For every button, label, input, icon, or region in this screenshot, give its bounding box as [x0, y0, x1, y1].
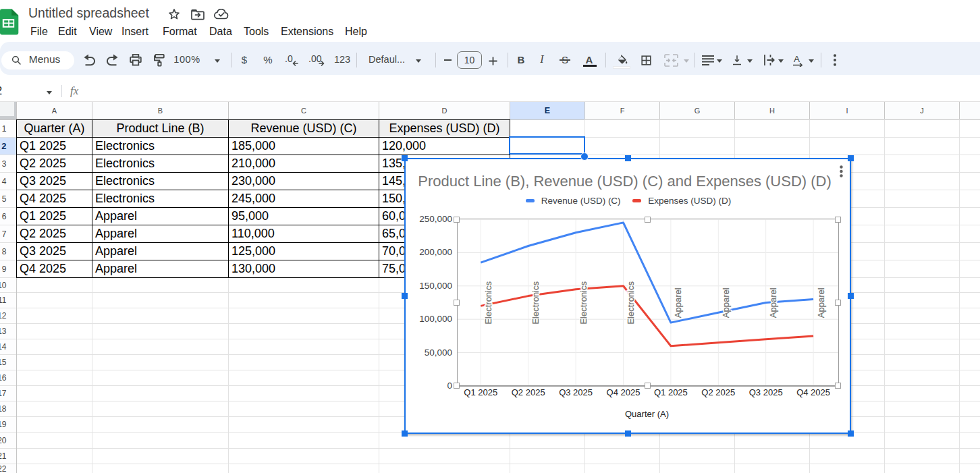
svg-text:A: A — [794, 54, 800, 64]
svg-text:Apparel: Apparel — [816, 287, 826, 318]
svg-text:Electronics: Electronics — [530, 281, 541, 325]
svg-text:Apparel: Apparel — [768, 287, 778, 318]
svg-text:.0: .0 — [285, 54, 293, 64]
svg-text:Electronics: Electronics — [483, 281, 493, 325]
svg-text:Apparel: Apparel — [721, 287, 731, 318]
svg-text:Apparel: Apparel — [673, 287, 683, 318]
svg-text:Electronics: Electronics — [578, 281, 589, 325]
svg-text:.00: .00 — [308, 54, 322, 64]
svg-text:Electronics: Electronics — [626, 281, 636, 325]
